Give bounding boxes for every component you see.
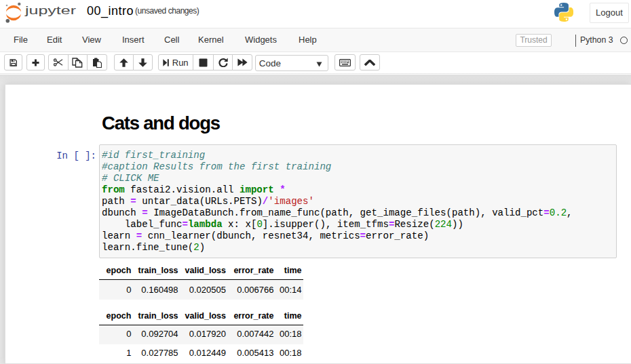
svg-text:jupyter: jupyter <box>24 4 77 17</box>
